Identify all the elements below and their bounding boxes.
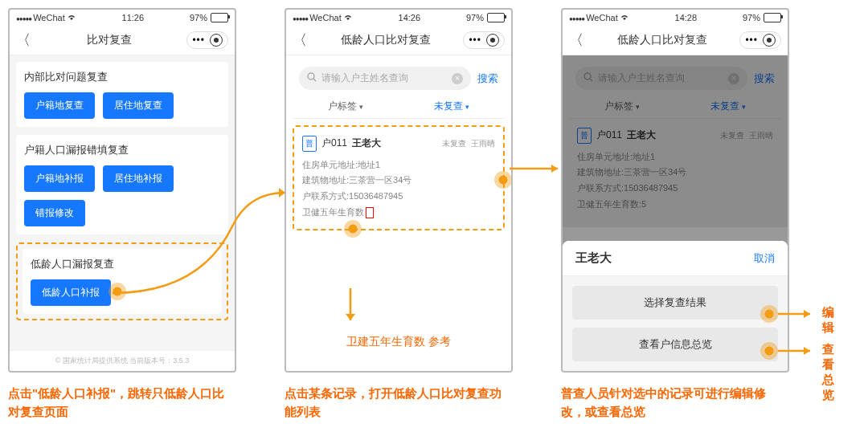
battery-icon [487, 13, 505, 22]
nav-capsule[interactable]: ••• [463, 31, 505, 49]
hukou-recheck-button[interactable]: 户籍地复查 [24, 92, 95, 119]
filter-status: 未复查 [710, 100, 746, 113]
wifi-icon [67, 13, 76, 22]
section-hukou-missing: 户籍人口漏报错填复查 户籍地补报 居住地补报 错报修改 [16, 135, 228, 234]
view-overview-button[interactable]: 查看户信息总览 [572, 328, 778, 361]
svg-line-5 [590, 79, 592, 81]
annotation-marker-right [494, 171, 511, 189]
record-card-dimmed: 普 户011 王老大 未复查 王雨晴 住房单元地址:地址1 建筑物地址:三茶营一… [569, 119, 781, 221]
record-code: 户011 [321, 135, 347, 153]
annotation-marker [108, 283, 126, 300]
badge-pu: 普 [577, 128, 592, 144]
status-bar: WeChat 11:26 97% [10, 10, 235, 26]
back-icon[interactable]: 〈 [16, 31, 32, 50]
status-bar: WeChat 14:28 97% [563, 10, 788, 26]
record-name: 王老大 [627, 127, 656, 145]
phone-2: WeChat 14:26 97% 〈 低龄人口比对复查 ••• [285, 8, 513, 373]
sheet-cancel-button[interactable]: 取消 [754, 251, 775, 266]
arrow-down [342, 288, 358, 328]
nav-capsule[interactable]: ••• [739, 31, 781, 49]
record-address2: 建筑物地址:三茶营一区34号 [302, 173, 495, 189]
record-name: 王老大 [352, 135, 381, 153]
record-birth-count: 卫健五年生育数 [302, 205, 495, 221]
battery-icon [764, 13, 781, 22]
filter-tag: 户标签 [604, 100, 640, 113]
residence-supplement-button[interactable]: 居住地补报 [103, 165, 174, 192]
battery-percent: 97% [743, 13, 760, 22]
filter-row: 户标签 未复查 [293, 95, 505, 119]
search-row: 请输入户主姓名查询 × 搜索 [293, 62, 505, 95]
search-button[interactable]: 搜索 [477, 71, 498, 86]
record-birth-count: 卫健五年生育数:5 [577, 197, 773, 213]
record-card[interactable]: 普 户011 王老大 未复查 王雨晴 住房单元地址:地址1 建筑物地址:三茶营一… [294, 127, 503, 229]
residence-recheck-button[interactable]: 居住地复查 [103, 92, 174, 119]
carrier-label: WeChat [33, 13, 65, 22]
nav-capsule[interactable]: ••• [186, 31, 228, 49]
record-status: 未复查 [442, 136, 466, 151]
clear-icon[interactable]: × [452, 73, 463, 84]
phone-1-column: WeChat 11:26 97% 〈 比对复查 ••• [8, 8, 236, 421]
search-input[interactable]: 请输入户主姓名查询 × [299, 67, 471, 90]
side-label-edit: 编辑 [822, 305, 834, 336]
footer-version: © 国家统计局提供系统 当前版本号：3.5.3 [10, 351, 235, 371]
lowage-supplement-button[interactable]: 低龄人口补报 [31, 279, 111, 306]
more-icon[interactable]: ••• [745, 35, 758, 46]
record-address1: 住房单元地址:地址1 [577, 149, 773, 165]
target-icon[interactable] [763, 34, 776, 47]
status-bar: WeChat 14:26 97% [286, 10, 511, 26]
record-person: 王雨晴 [749, 128, 773, 143]
sheet-title: 王老大 [575, 251, 612, 266]
caption-2: 点击某条记录，打开低龄人口比对复查功能列表 [285, 385, 510, 421]
record-code: 户011 [596, 127, 622, 145]
signal-dots-icon [293, 13, 308, 22]
error-correction-button[interactable]: 错报修改 [24, 200, 85, 226]
svg-point-0 [308, 73, 314, 79]
record-address1: 住房单元地址:地址1 [302, 157, 495, 173]
more-icon[interactable]: ••• [469, 35, 481, 46]
action-sheet: 王老大 取消 选择复查结果 查看户信息总览 [563, 241, 788, 371]
status-time: 14:28 [629, 13, 743, 22]
signal-dots-icon [569, 13, 584, 22]
annotation-marker-edit [760, 305, 778, 323]
signal-dots-icon [16, 13, 31, 22]
red-highlight-box [366, 207, 374, 218]
highlight-box-lowage: 低龄人口漏报复查 低龄人口补报 [16, 242, 228, 320]
section-lowage-missing: 低龄人口漏报复查 低龄人口补报 [23, 249, 222, 314]
select-result-button[interactable]: 选择复查结果 [572, 286, 778, 320]
section-internal-compare: 内部比对问题复查 户籍地复查 居住地复查 [16, 62, 228, 127]
filter-tag[interactable]: 户标签 [328, 100, 363, 113]
record-person: 王雨晴 [471, 136, 495, 151]
svg-point-4 [584, 73, 591, 79]
search-button: 搜索 [754, 71, 775, 86]
more-icon[interactable]: ••• [192, 35, 205, 46]
target-icon[interactable] [210, 34, 223, 47]
svg-line-1 [313, 79, 316, 81]
phone-2-column: WeChat 14:26 97% 〈 低龄人口比对复查 ••• [285, 8, 513, 421]
section-title: 户籍人口漏报错填复查 [24, 143, 220, 157]
phone-3-column: WeChat 14:28 97% 〈 低龄人口比对复查 ••• [561, 8, 789, 421]
content-area: 请输入户主姓名查询 × 搜索 户标签 未复查 普 户011 王老大 [563, 55, 788, 371]
sheet-header: 王老大 取消 [563, 241, 788, 276]
filter-row-dimmed: 户标签 未复查 [569, 95, 781, 119]
nav-title: 低龄人口比对复查 [585, 33, 739, 47]
nav-bar: 〈 低龄人口比对复查 ••• [286, 26, 511, 55]
search-placeholder: 请输入户主姓名查询 [321, 71, 408, 85]
annotation-ref-text: 卫建五年生育数 参考 [293, 335, 505, 349]
nav-title: 比对复查 [32, 33, 186, 47]
hukou-supplement-button[interactable]: 户籍地补报 [24, 165, 95, 192]
filter-status[interactable]: 未复查 [434, 100, 469, 113]
target-icon[interactable] [486, 34, 499, 47]
side-label-view: 查看总览 [822, 342, 834, 403]
record-status: 未复查 [720, 128, 744, 143]
back-icon[interactable]: 〈 [569, 31, 585, 50]
caption-3: 普查人员针对选中的记录可进行编辑修改，或查看总览 [561, 385, 786, 421]
battery-icon [211, 13, 228, 22]
wifi-icon [620, 13, 629, 22]
record-phone: 户联系方式:15036487945 [302, 189, 495, 205]
clear-icon: × [728, 73, 739, 84]
back-icon[interactable]: 〈 [293, 31, 309, 50]
nav-title: 低龄人口比对复查 [309, 33, 463, 47]
phone-1: WeChat 11:26 97% 〈 比对复查 ••• [8, 8, 236, 373]
content-area: 请输入户主姓名查询 × 搜索 户标签 未复查 普 户011 王老大 [286, 55, 511, 371]
carrier-label: WeChat [586, 13, 618, 22]
